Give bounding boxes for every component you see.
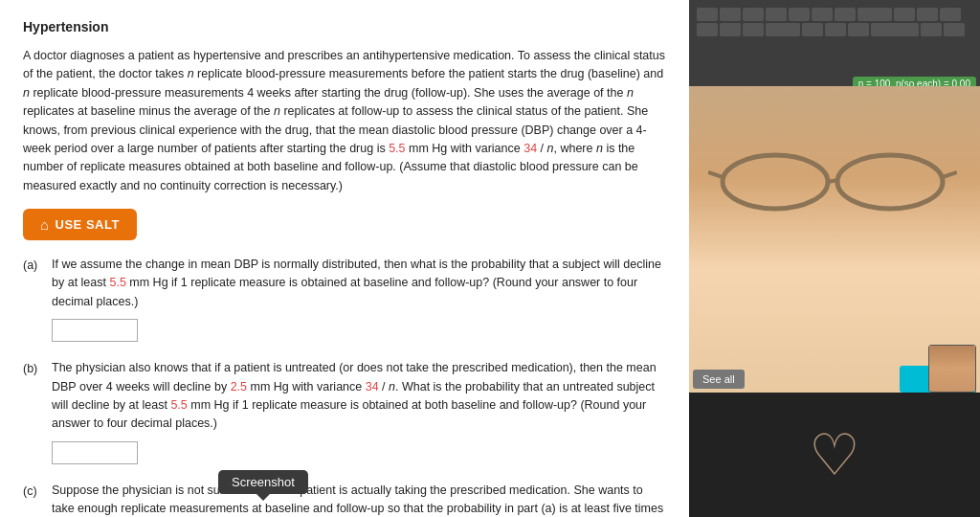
glasses-decoration xyxy=(708,144,957,220)
key xyxy=(835,8,856,21)
screenshot-tooltip: Screenshot xyxy=(218,470,308,494)
key xyxy=(894,8,915,21)
key xyxy=(766,8,787,21)
question-a-label: (a) xyxy=(23,256,42,342)
question-c-label: (c) xyxy=(23,482,42,517)
heart-icon: ♡ xyxy=(809,421,860,488)
profile-picture xyxy=(928,345,976,393)
key xyxy=(848,23,869,36)
key xyxy=(858,8,892,21)
key xyxy=(697,23,718,36)
use-salt-button[interactable]: ⌂ USE SALT xyxy=(23,209,137,240)
salt-icon: ⌂ xyxy=(40,216,50,233)
key xyxy=(825,23,846,36)
key xyxy=(940,8,961,21)
key xyxy=(871,23,919,36)
key xyxy=(789,8,810,21)
svg-point-0 xyxy=(723,155,828,209)
question-b-text: The physician also knows that if a patie… xyxy=(52,359,666,434)
main-content: Hypertension A doctor diagnoses a patien… xyxy=(0,0,689,517)
right-sidebar: n = 100, n(so each) = 0.00 See all del? … xyxy=(689,0,980,517)
key xyxy=(697,8,718,21)
question-c-block: (c) Suppose the physician is not sure wh… xyxy=(23,482,666,517)
key xyxy=(812,8,833,21)
svg-line-4 xyxy=(943,172,957,177)
answer-a-input[interactable] xyxy=(52,319,138,342)
question-b-block: (b) The physician also knows that if a p… xyxy=(23,359,666,464)
question-c-body: Suppose the physician is not sure whethe… xyxy=(52,482,666,517)
see-all-button[interactable]: See all xyxy=(693,370,745,389)
key xyxy=(720,23,741,36)
question-b-label: (b) xyxy=(23,359,42,464)
profile-pic-inner xyxy=(929,346,975,392)
key xyxy=(917,8,938,21)
svg-line-2 xyxy=(828,180,837,182)
key xyxy=(743,23,764,36)
question-a-text: If we assume the change in mean DBP is n… xyxy=(52,256,666,311)
question-c-text: Suppose the physician is not sure whethe… xyxy=(52,482,666,517)
question-b-body: The physician also knows that if a patie… xyxy=(52,359,666,464)
page-title: Hypertension xyxy=(23,17,666,37)
keyboard-keys xyxy=(689,0,980,44)
answer-b-input[interactable] xyxy=(52,441,138,464)
key xyxy=(921,23,942,36)
key xyxy=(766,23,800,36)
question-a-block: (a) If we assume the change in mean DBP … xyxy=(23,256,666,342)
key xyxy=(802,23,823,36)
key xyxy=(720,8,741,21)
key xyxy=(743,8,764,21)
score-badge: n = 100, n(so each) = 0.00 xyxy=(853,77,976,86)
intro-paragraph: A doctor diagnoses a patient as hyperten… xyxy=(23,47,666,195)
heart-area: ♡ xyxy=(689,393,980,517)
keyboard-area: n = 100, n(so each) = 0.00 xyxy=(689,0,980,86)
question-a-body: If we assume the change in mean DBP is n… xyxy=(52,256,666,342)
svg-line-3 xyxy=(708,172,723,177)
key xyxy=(944,23,965,36)
svg-point-1 xyxy=(837,155,943,209)
